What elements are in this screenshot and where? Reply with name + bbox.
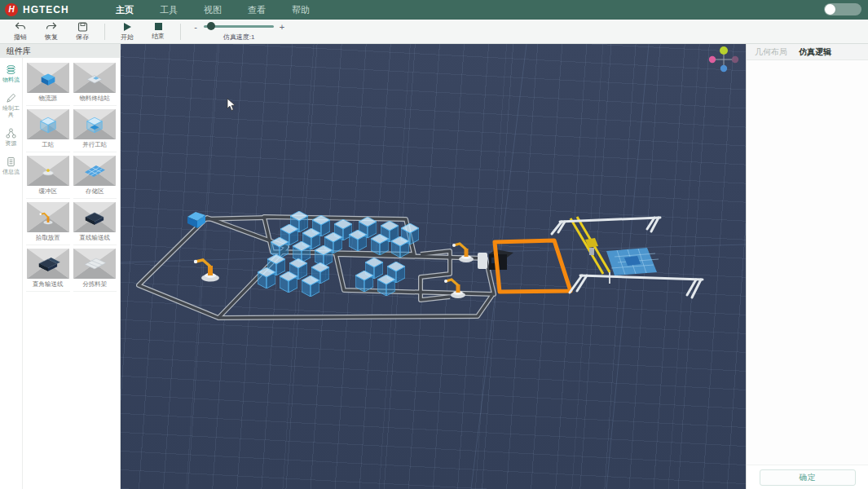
rail-item-label: 绘制工具 bbox=[1, 105, 22, 118]
component-item-rightangle-conveyor[interactable]: 直角输送线 bbox=[26, 249, 70, 292]
rail-item-label: 资源 bbox=[1, 140, 22, 147]
save-label: 保存 bbox=[76, 33, 89, 42]
stop-button[interactable]: 结束 bbox=[144, 20, 172, 43]
component-item-terminal[interactable]: 物料终结站 bbox=[73, 63, 117, 106]
confirm-button[interactable]: 确定 bbox=[760, 469, 856, 486]
redo-icon bbox=[46, 22, 57, 32]
save-icon bbox=[77, 22, 88, 32]
component-label: 工站 bbox=[42, 141, 54, 149]
hgtech-logo-icon bbox=[5, 3, 18, 16]
redo-label: 恢复 bbox=[45, 33, 58, 42]
main-menu: 主页 工具 视图 查看 帮助 bbox=[114, 1, 311, 20]
panel-body bbox=[747, 60, 868, 465]
menu-item-tools[interactable]: 工具 bbox=[158, 1, 179, 20]
straight-conveyor-thumbnail-icon bbox=[73, 202, 116, 232]
material-flow-icon bbox=[6, 64, 16, 75]
component-item-straight-conveyor[interactable]: 直线输送线 bbox=[73, 202, 117, 245]
stop-icon bbox=[154, 22, 163, 31]
simulation-scene bbox=[121, 44, 746, 489]
brand: HGTECH bbox=[0, 3, 106, 16]
component-label: 缓冲区 bbox=[39, 187, 58, 196]
component-item-pick-place[interactable]: 拾取放置 bbox=[26, 202, 70, 245]
sorting-rack-thumbnail-icon bbox=[73, 249, 116, 279]
speed-slider-knob[interactable] bbox=[207, 22, 215, 30]
storage-thumbnail-icon bbox=[73, 156, 116, 186]
component-label: 直角输送线 bbox=[33, 280, 64, 289]
speed-increase-button[interactable]: + bbox=[279, 22, 285, 32]
start-button[interactable]: 开始 bbox=[113, 20, 141, 43]
toolbar-separator bbox=[104, 24, 105, 40]
station-thumbnail-icon bbox=[27, 109, 69, 139]
pick-place-thumbnail-icon bbox=[27, 202, 69, 232]
terminal-thumbnail-icon bbox=[73, 63, 116, 93]
rail-item-draw-tools[interactable]: 绘制工具 bbox=[0, 93, 23, 118]
material-source[interactable] bbox=[187, 212, 205, 228]
undo-label: 撤销 bbox=[14, 33, 27, 42]
component-item-storage[interactable]: 存储区 bbox=[73, 156, 117, 199]
rail-item-material-flow[interactable]: 物料流 bbox=[0, 64, 23, 83]
component-item-source[interactable]: 物流源 bbox=[26, 63, 70, 106]
component-item-sorting-rack[interactable]: 分拣料架 bbox=[73, 249, 117, 292]
menu-item-home[interactable]: 主页 bbox=[114, 1, 135, 20]
component-item-parallel-station[interactable]: 并行工站 bbox=[73, 109, 117, 152]
source-thumbnail-icon bbox=[27, 63, 69, 93]
panel-footer: 确定 bbox=[747, 465, 868, 489]
rail-item-resources[interactable]: 资源 bbox=[0, 128, 23, 147]
tab-geometry-layout[interactable]: 几何布局 bbox=[755, 46, 787, 58]
undo-button[interactable]: 撤销 bbox=[7, 20, 34, 43]
properties-panel: 几何布局 仿真逻辑 确定 bbox=[746, 44, 868, 489]
toolbar: 撤销 恢复 保存 开始 结束 - + 仿真速度 bbox=[0, 20, 868, 44]
play-icon bbox=[122, 22, 132, 32]
component-grid: 物流源 物料终结站 工站 并行工站 bbox=[23, 58, 120, 489]
component-label: 拾取放置 bbox=[36, 234, 60, 242]
panel-tabs: 几何布局 仿真逻辑 bbox=[747, 44, 868, 60]
rightangle-conveyor-thumbnail-icon bbox=[27, 249, 69, 279]
undo-icon bbox=[15, 22, 26, 32]
tab-simulation-logic[interactable]: 仿真逻辑 bbox=[799, 46, 831, 58]
component-library-title: 组件库 bbox=[0, 44, 120, 58]
component-label: 存储区 bbox=[86, 187, 104, 196]
stop-label: 结束 bbox=[152, 32, 165, 41]
storage-pallet[interactable] bbox=[606, 248, 659, 275]
info-flow-icon bbox=[6, 156, 16, 167]
component-label: 直线输送线 bbox=[80, 234, 111, 242]
speed-label: 仿真速度:1 bbox=[223, 33, 255, 42]
component-label: 分拣料架 bbox=[82, 280, 107, 289]
menu-item-inspect[interactable]: 查看 bbox=[246, 1, 267, 20]
parallel-station-thumbnail-icon bbox=[73, 109, 116, 139]
draw-tools-icon bbox=[6, 93, 16, 104]
component-item-station[interactable]: 工站 bbox=[26, 109, 70, 152]
category-rail: 物料流 绘制工具 资源 信息流 bbox=[0, 58, 23, 489]
speed-decrease-button[interactable]: - bbox=[192, 22, 199, 32]
nav-gizmo[interactable] bbox=[709, 46, 738, 72]
rail-item-label: 物料流 bbox=[1, 77, 22, 83]
component-label: 物流源 bbox=[39, 95, 58, 103]
component-item-buffer[interactable]: 缓冲区 bbox=[26, 156, 70, 199]
rail-item-info-flow[interactable]: 信息流 bbox=[0, 156, 23, 175]
start-label: 开始 bbox=[121, 33, 134, 42]
menu-bar: HGTECH 主页 工具 视图 查看 帮助 bbox=[0, 0, 868, 20]
rail-item-label: 信息流 bbox=[1, 169, 22, 175]
menu-item-help[interactable]: 帮助 bbox=[290, 1, 311, 20]
redo-button[interactable]: 恢复 bbox=[37, 20, 65, 43]
component-label: 物料终结站 bbox=[80, 95, 111, 103]
speed-slider[interactable] bbox=[204, 25, 274, 28]
component-library-panel: 组件库 物料流 绘制工具 资源 bbox=[0, 44, 121, 489]
save-button[interactable]: 保存 bbox=[68, 20, 96, 43]
application-window: HGTECH 主页 工具 视图 查看 帮助 撤销 恢复 保存 开始 bbox=[0, 0, 868, 489]
component-label: 并行工站 bbox=[82, 141, 107, 149]
brand-name: HGTECH bbox=[23, 4, 69, 15]
account-toggle[interactable] bbox=[824, 3, 861, 15]
robot-arm-1[interactable] bbox=[194, 260, 219, 282]
menu-item-view[interactable]: 视图 bbox=[202, 1, 223, 20]
gantry-crane[interactable] bbox=[571, 217, 610, 284]
resources-icon bbox=[6, 128, 16, 139]
viewport-3d[interactable] bbox=[121, 44, 746, 489]
buffer-thumbnail-icon bbox=[27, 156, 69, 186]
simulation-speed-control: - + 仿真速度:1 bbox=[192, 22, 285, 42]
toolbar-separator bbox=[180, 24, 181, 40]
